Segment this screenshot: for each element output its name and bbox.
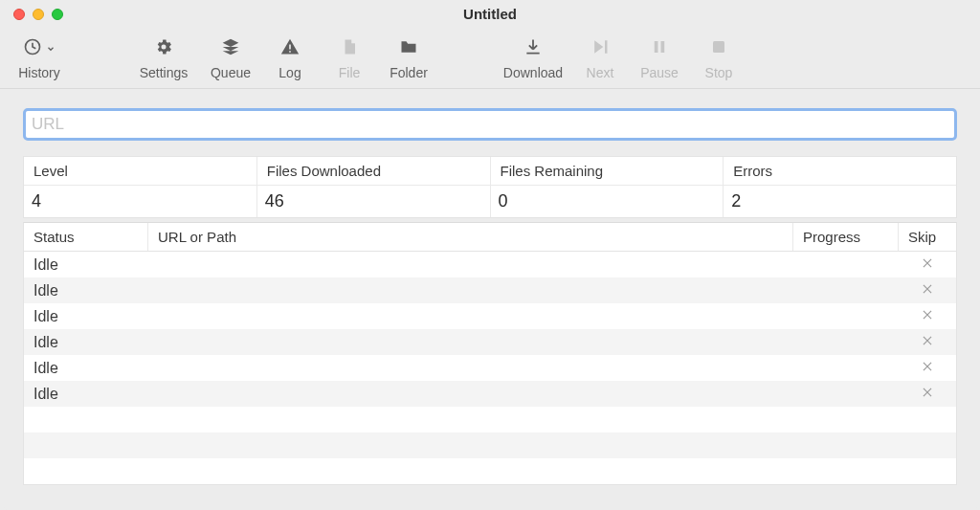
row-status: Idle: [24, 254, 148, 277]
pause-icon: [651, 37, 668, 60]
history-icon: [23, 37, 42, 60]
stats-header-row: Level Files Downloaded Files Remaining E…: [24, 157, 956, 186]
url-field-wrapper: [23, 108, 957, 141]
gear-icon: [154, 37, 173, 60]
row-skip[interactable]: [899, 443, 956, 449]
row-url: [148, 288, 793, 294]
folder-button[interactable]: Folder: [379, 34, 438, 80]
table-row[interactable]: Idle: [24, 252, 956, 277]
stop-label: Stop: [705, 65, 733, 80]
pause-label: Pause: [640, 65, 679, 80]
file-table-body: IdleIdleIdleIdleIdleIdle: [24, 252, 956, 484]
table-row[interactable]: [24, 458, 956, 484]
row-progress: [793, 340, 899, 345]
next-label: Next: [587, 65, 614, 80]
row-url: [148, 443, 793, 449]
window-title: Untitled: [0, 6, 980, 22]
table-row[interactable]: [24, 407, 956, 432]
history-label: History: [18, 65, 60, 80]
row-skip[interactable]: [899, 469, 956, 475]
log-label: Log: [278, 65, 301, 80]
folder-icon: [398, 37, 419, 60]
row-url: [148, 417, 793, 423]
stats-value-errors: 2: [724, 186, 956, 217]
file-table: Status URL or Path Progress Skip IdleIdl…: [23, 222, 957, 485]
stop-button[interactable]: Stop: [689, 34, 748, 80]
table-row[interactable]: Idle: [24, 277, 956, 303]
row-status: [24, 417, 148, 423]
row-url: [148, 469, 793, 475]
stats-header-errors[interactable]: Errors: [724, 157, 956, 186]
file-icon: [341, 37, 358, 60]
file-button[interactable]: File: [320, 34, 379, 80]
row-skip[interactable]: [899, 383, 956, 406]
file-header-status[interactable]: Status: [24, 223, 148, 251]
log-button[interactable]: Log: [260, 34, 320, 80]
close-icon[interactable]: [921, 308, 934, 325]
row-progress: [793, 314, 899, 320]
queue-label: Queue: [211, 65, 251, 80]
table-row[interactable]: Idle: [24, 329, 956, 355]
row-status: [24, 469, 148, 475]
row-status: [24, 443, 148, 449]
pause-button[interactable]: Pause: [630, 34, 689, 80]
file-header-skip[interactable]: Skip: [899, 223, 956, 251]
download-button[interactable]: Download: [496, 34, 570, 80]
row-progress: [793, 469, 899, 475]
stats-value-downloaded: 46: [257, 186, 491, 217]
file-header-progress[interactable]: Progress: [793, 223, 899, 251]
stats-header-downloaded[interactable]: Files Downloaded: [257, 157, 491, 186]
history-button[interactable]: History: [10, 34, 69, 80]
close-icon[interactable]: [921, 256, 934, 274]
close-icon[interactable]: [921, 360, 934, 377]
row-url: [148, 366, 793, 371]
close-icon[interactable]: [921, 334, 934, 351]
stats-header-remaining[interactable]: Files Remaining: [491, 157, 724, 186]
svg-rect-0: [713, 41, 724, 53]
row-skip[interactable]: [899, 417, 956, 423]
url-input[interactable]: [26, 115, 954, 134]
row-skip[interactable]: [899, 331, 956, 354]
row-skip[interactable]: [899, 254, 956, 277]
row-status: Idle: [24, 331, 148, 354]
row-url: [148, 314, 793, 320]
settings-label: Settings: [140, 65, 189, 80]
row-progress: [793, 417, 899, 423]
file-header-url[interactable]: URL or Path: [148, 223, 793, 251]
row-progress: [793, 391, 899, 397]
file-table-header: Status URL or Path Progress Skip: [24, 223, 956, 252]
row-url: [148, 391, 793, 397]
close-icon[interactable]: [921, 282, 934, 299]
next-icon: [590, 37, 610, 60]
close-icon[interactable]: [921, 386, 934, 403]
stats-header-level[interactable]: Level: [24, 157, 257, 186]
titlebar: Untitled: [0, 0, 980, 29]
row-progress: [793, 366, 899, 371]
table-row[interactable]: Idle: [24, 381, 956, 407]
table-row[interactable]: Idle: [24, 303, 956, 329]
row-status: Idle: [24, 305, 148, 328]
table-row[interactable]: Idle: [24, 355, 956, 381]
table-row[interactable]: [24, 432, 956, 458]
row-url: [148, 262, 793, 268]
folder-label: Folder: [390, 65, 428, 80]
queue-icon: [221, 37, 240, 60]
row-status: Idle: [24, 279, 148, 302]
row-url: [148, 340, 793, 345]
stats-table: Level Files Downloaded Files Remaining E…: [23, 156, 957, 218]
stats-value-row: 4 46 0 2: [24, 186, 956, 217]
stop-icon: [710, 38, 727, 59]
settings-button[interactable]: Settings: [126, 34, 201, 80]
chevron-down-icon: [46, 40, 56, 57]
row-status: Idle: [24, 383, 148, 406]
download-label: Download: [503, 65, 563, 80]
next-button[interactable]: Next: [570, 34, 630, 80]
queue-button[interactable]: Queue: [201, 34, 260, 80]
download-icon: [523, 37, 543, 60]
toolbar: History Settings Queue Log File: [0, 29, 980, 89]
file-label: File: [339, 65, 361, 80]
row-skip[interactable]: [899, 279, 956, 302]
content-area: Level Files Downloaded Files Remaining E…: [0, 89, 980, 485]
row-skip[interactable]: [899, 357, 956, 380]
row-skip[interactable]: [899, 305, 956, 328]
